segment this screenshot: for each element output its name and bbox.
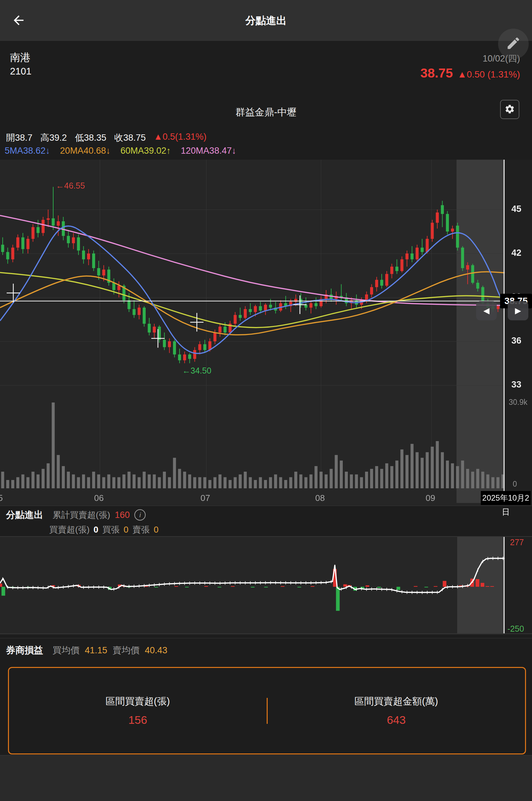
high-annotation: ←46.55 [56,181,85,191]
range-amount-column: 區間買賣超金額(萬) 643 [268,695,525,726]
range-amount-value: 643 [387,713,406,726]
info-icon[interactable]: i [134,509,146,521]
broker-row: 券商損益 買均價 41.15 賣均價 40.43 [6,644,167,657]
pencil-icon [506,36,521,52]
x-label-05: 5 [0,493,3,503]
cumulative-value: 160 [115,510,130,520]
section-divider [0,506,532,506]
stock-name: 南港 [10,51,31,64]
flow-y-max: 277 [510,538,524,547]
ohlc-row: 開38.7 高39.2 低38.35 收38.75 ▲0.5(1.31%) [6,132,207,144]
ma20-value: 20MA40.68↓ [60,146,111,156]
sell-avg-value: 40.43 [145,645,168,656]
y-tick-45: 45 [511,204,531,214]
flow-section-title: 分點進出 [6,509,43,521]
price-volume-chart[interactable] [0,160,532,506]
price-change: ▲0.50 (1.31%) [457,69,520,80]
settings-button[interactable] [500,100,519,119]
back-button[interactable] [9,11,28,30]
volume-max-label: 30.9k [509,398,527,407]
scroll-right-button[interactable]: ▶ [508,301,528,320]
sell-value: 0 [154,525,158,535]
sell-avg-label: 賣均價 [113,644,140,656]
branch-trading-page: 分點進出 南港 2101 10/02(四) 38.75 ▲0.50 (1.31%… [0,0,532,801]
flow-header-row: 分點進出 累計買賣超(張) 160 i [6,508,146,522]
low-value: 低38.35 [75,132,107,144]
x-label-09: 09 [425,493,435,503]
cursor-date-tag: 2025年10月2日 [481,491,531,505]
range-amount-label: 區間買賣超金額(萬) [355,695,438,708]
ma120-value: 120MA38.47↓ [181,146,236,156]
right-triangle-icon: ▶ [515,306,521,315]
app-header: 分點進出 [0,0,532,41]
x-label-07: 07 [201,493,210,503]
branch-flow-chart[interactable] [0,536,532,635]
gear-icon [505,104,515,115]
open-value: 開38.7 [6,132,33,144]
y-tick-42: 42 [511,248,531,258]
cumulative-label: 累計買賣超(張) [53,509,110,521]
close-value: 收38.75 [114,132,146,144]
x-label-06: 06 [94,493,104,503]
page-title: 分點進出 [0,0,532,41]
high-value: 高39.2 [41,132,67,144]
net-label: 買賣超(張) [49,524,90,536]
ma5-value: 5MA38.62↓ [5,146,50,156]
y-tick-36: 36 [511,336,531,346]
branch-title: 群益金鼎-中壢 [0,106,532,119]
broker-section-title: 券商損益 [6,644,43,657]
edit-button[interactable] [498,29,529,59]
range-net-value: 156 [128,713,147,726]
low-annotation: ←34.50 [182,366,211,375]
back-arrow-icon [11,24,26,29]
flow-y-min: -250 [507,624,524,634]
x-label-08: 08 [315,493,325,503]
stats-days-bar: 統計天數 自訂 ▼ 1 3 5 10 20 60 120 240 [0,755,532,801]
scroll-left-button[interactable]: ◀ [476,301,497,320]
range-net-label: 區間買賣超(張) [106,695,170,708]
range-summary-box: 區間買賣超(張) 156 區間買賣超金額(萬) 643 [8,667,526,755]
range-net-column: 區間買賣超(張) 156 [9,695,267,726]
ma-row: 5MA38.62↓ 20MA40.68↓ 60MA39.02↑ 120MA38.… [5,146,236,156]
ma60-value: 60MA39.02↑ [120,146,171,156]
volume-min-label: 0 [513,480,517,489]
section-divider [0,638,532,638]
price-row: 38.75 ▲0.50 (1.31%) [420,66,520,80]
flow-daily-row: 買賣超(張) 0 買張 0 賣張 0 [49,524,158,536]
net-value: 0 [93,525,98,535]
sell-label: 賣張 [132,524,150,536]
stock-code: 2101 [10,66,32,77]
buy-avg-label: 買均價 [53,644,79,656]
buy-avg-value: 41.15 [85,645,108,656]
last-price: 38.75 [420,66,453,80]
y-tick-33: 33 [511,379,531,390]
buy-label: 買張 [102,524,120,536]
buy-value: 0 [124,525,128,535]
ohlc-change: ▲0.5(1.31%) [154,132,207,144]
left-triangle-icon: ◀ [483,306,490,315]
